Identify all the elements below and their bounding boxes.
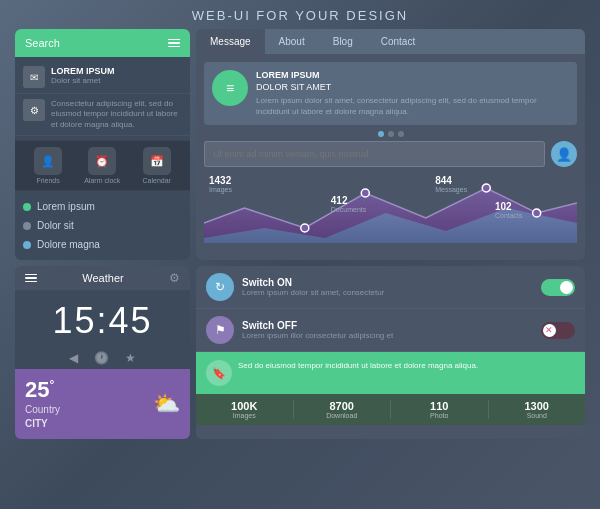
settings-icon: ⚙ [23, 99, 45, 121]
green-info-row: 🔖 Sed do eiusmod tempor incididunt ut la… [196, 352, 585, 394]
svg-point-4 [482, 184, 490, 192]
carousel-dots [204, 131, 577, 137]
nav-item[interactable]: Dolor sit [23, 216, 182, 235]
chart-area: 1432 Images 412 Documents 844 Messages 1… [204, 173, 577, 243]
check-icon: ✓ [564, 281, 572, 294]
tab-message[interactable]: Message [196, 29, 265, 54]
page-title: WEB-UI FOR YOUR DESIGN [192, 8, 408, 23]
switch-off-icon: ⚑ [206, 316, 234, 344]
nav-item[interactable]: Dolore magna [23, 235, 182, 254]
weather-time: 15:45 [15, 290, 190, 347]
mobile-search-bar: Search [15, 29, 190, 57]
x-icon: ✕ [545, 324, 553, 337]
weather-temperature: 25° [25, 377, 60, 403]
switch-on-title: Switch ON [242, 277, 533, 288]
stats-row: 100K Images 8700 Download 110 Photo 1300… [196, 394, 585, 425]
switch-item-off: ⚑ Switch OFF Lorem ipsum illor consectet… [196, 309, 585, 352]
search-row: 👤 [204, 141, 577, 167]
weather-location: Country CITY [25, 403, 60, 431]
friends-button[interactable]: 👤 Friends [34, 147, 62, 184]
email-icon: ✉ [23, 66, 45, 88]
friends-icon: 👤 [34, 147, 62, 175]
dot-1 [378, 131, 384, 137]
tab-about[interactable]: About [265, 29, 319, 54]
stat-images: 100K Images [196, 400, 294, 419]
switch-panel: ↻ Switch ON Lorem ipsum dolor sit amet, … [196, 266, 585, 439]
weather-nav-prev[interactable]: ◀ [69, 351, 78, 365]
switch-off-desc: Lorem ipsum illor consectetur adipiscing… [242, 331, 533, 340]
weather-star-icon: ★ [125, 351, 136, 365]
card-subtitle: Dolor sit amet [256, 82, 569, 92]
item-desc: Dolor sit amet [51, 76, 182, 86]
alarm-button[interactable]: ⏰ Alarm clock [84, 147, 120, 184]
web-content: ≡ LOREM IPSUM Dolor sit amet Lorem ipsum… [196, 54, 585, 251]
stat-download: 8700 Download [294, 400, 392, 419]
tab-blog[interactable]: Blog [319, 29, 367, 54]
switch-item-on: ↻ Switch ON Lorem ipsum dolor sit amet, … [196, 266, 585, 309]
content-card: ≡ LOREM IPSUM Dolor sit amet Lorem ipsum… [204, 62, 577, 125]
switch-off-title: Switch OFF [242, 320, 533, 331]
weather-clock-icon: 🕐 [94, 351, 109, 365]
item-title: LOREM IPSUM [51, 66, 182, 76]
svg-point-3 [301, 224, 309, 232]
weather-header: Weather ⚙ [15, 266, 190, 290]
search-input[interactable] [204, 141, 545, 167]
item-desc: Consectetur adipiscing elit, sed do eius… [51, 99, 182, 130]
mobile-icons-row: 👤 Friends ⏰ Alarm clock 📅 Calendar [15, 140, 190, 191]
dot-3 [398, 131, 404, 137]
weather-bottom: 25° Country CITY ⛅ [15, 369, 190, 439]
tab-contact[interactable]: Contact [367, 29, 429, 54]
nav-item[interactable]: Lorem ipsum [23, 197, 182, 216]
calendar-icon: 📅 [143, 147, 171, 175]
weather-panel: Weather ⚙ 15:45 ◀ 🕐 ★ 25° Country CITY ⛅ [15, 266, 190, 439]
green-text: Sed do eiusmod tempor incididunt ut labo… [238, 360, 478, 371]
mobile-list: ✉ LOREM IPSUM Dolor sit amet ⚙ Consectet… [15, 57, 190, 140]
calendar-button[interactable]: 📅 Calendar [143, 147, 171, 184]
card-title: LOREM IPSUM [256, 70, 569, 80]
search-label: Search [25, 37, 60, 49]
list-item[interactable]: ⚙ Consectetur adipiscing elit, sed do ei… [15, 94, 190, 136]
status-dot-blue [23, 241, 31, 249]
list-item[interactable]: ✉ LOREM IPSUM Dolor sit amet [15, 61, 190, 94]
chart-svg [204, 173, 577, 243]
mobile-panel: Search ✉ LOREM IPSUM Dolor sit amet ⚙ Co… [15, 29, 190, 260]
gear-icon[interactable]: ⚙ [169, 271, 180, 285]
bookmark-icon: 🔖 [206, 360, 232, 386]
switch-on-icon: ↻ [206, 273, 234, 301]
stat-sound: 1300 Sound [489, 400, 586, 419]
dot-2 [388, 131, 394, 137]
weather-icon: ⛅ [153, 391, 180, 417]
card-icon: ≡ [212, 70, 248, 106]
toggle-on[interactable]: ✓ [541, 279, 575, 296]
switch-on-desc: Lorem ipsum dolor sit amet, consectetur [242, 288, 533, 297]
web-navigation: Message About Blog Contact [196, 29, 585, 54]
svg-point-5 [533, 209, 541, 217]
status-dot-gray [23, 222, 31, 230]
weather-title: Weather [82, 272, 123, 284]
menu-icon[interactable] [25, 274, 37, 283]
user-icon[interactable]: 👤 [551, 141, 577, 167]
card-desc: Lorem ipsum dolor sit amet, consectetur … [256, 95, 569, 117]
hamburger-icon[interactable] [168, 39, 180, 48]
svg-point-2 [361, 189, 369, 197]
mobile-nav: Lorem ipsum Dolor sit Dolore magna [15, 191, 190, 260]
stat-photo: 110 Photo [391, 400, 489, 419]
toggle-off[interactable]: ✕ [541, 322, 575, 339]
status-dot-green [23, 203, 31, 211]
web-panel: Message About Blog Contact ≡ LOREM IPSUM… [196, 29, 585, 260]
alarm-icon: ⏰ [88, 147, 116, 175]
